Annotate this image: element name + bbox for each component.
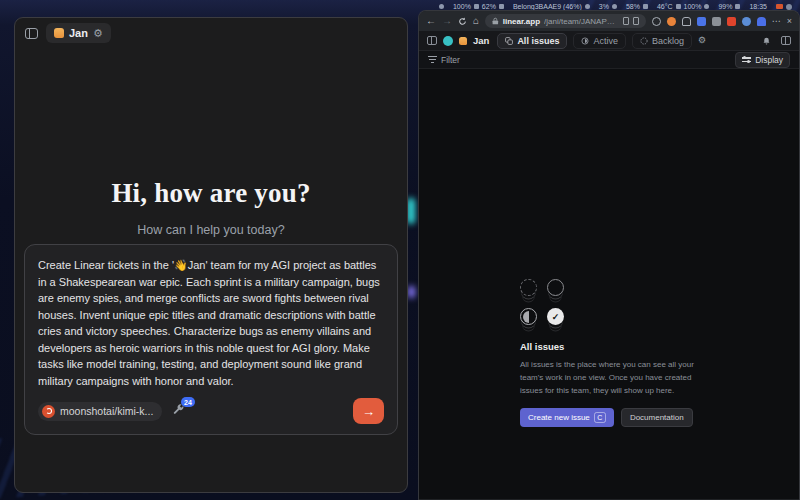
tab-active-label: Active [593, 36, 618, 46]
linear-team-header: Jan All issues Active Backlog [419, 31, 799, 51]
tray-icons [776, 4, 792, 10]
wallpaper-cyan-glow [407, 198, 415, 224]
desktop: 100% 62% Belong3BAAE9 (46%) 3% 58% 46°C … [0, 0, 800, 500]
model-provider-icon [42, 405, 55, 418]
empty-state-description: All issues is the place where you can se… [520, 359, 698, 397]
speaker-icon [474, 4, 479, 9]
tab-all-issues[interactable]: All issues [497, 33, 567, 49]
window-close-button[interactable]: × [787, 17, 792, 26]
team-wave-emoji-icon [459, 37, 467, 45]
jan-app-window: Jan ⚙ Hi, how are you? How can I help yo… [14, 17, 408, 493]
lock-icon [492, 17, 499, 25]
linear-team-name: Jan [473, 35, 489, 46]
backlog-status-icon [640, 37, 648, 45]
prompt-input[interactable]: Create Linear tickets in the '👋Jan' team… [38, 257, 384, 389]
temperature-status: 46°C 100% [657, 3, 710, 10]
weather-icon [735, 4, 740, 9]
linear-header-right [762, 36, 791, 46]
network-status: Belong3BAAE9 (46%) [513, 3, 590, 10]
tab-all-issues-label: All issues [517, 36, 559, 46]
mail-icon[interactable] [776, 4, 783, 9]
team-selector[interactable]: Jan ⚙ [46, 23, 111, 43]
extension-cloud-icon[interactable] [682, 17, 691, 26]
sliders-icon [742, 57, 751, 61]
create-new-issue-label: Create new issue [528, 413, 590, 422]
clock: 18:35 [749, 3, 767, 10]
thermometer-icon [676, 4, 681, 9]
backlog-coin-icon [520, 279, 537, 296]
address-bar[interactable]: linear.app /jani/team/JANAPP/all [485, 14, 646, 28]
cpu-icon [612, 4, 617, 9]
cpu-status: 3% [599, 3, 617, 10]
tools-button[interactable]: 24 [172, 403, 188, 419]
misc-value: 99% [718, 3, 732, 10]
home-button[interactable]: ⌂ [473, 16, 479, 26]
sidebar-toggle-icon[interactable] [25, 28, 38, 39]
greeting-subtitle: How can I help you today? [15, 223, 407, 237]
linear-main-area: ✓ All issues All issues is the place whe… [419, 69, 799, 499]
linear-filter-bar: Filter Display [419, 51, 799, 69]
forward-button[interactable]: → [442, 16, 452, 26]
done-coin-icon: ✓ [547, 308, 564, 325]
documentation-label: Documentation [630, 413, 684, 422]
volume-value: 100% [453, 3, 471, 10]
display-button[interactable]: Display [735, 52, 790, 68]
filter-button[interactable]: Filter [441, 55, 460, 65]
model-name: moonshotai/kimi-k... [60, 405, 153, 417]
composer-toolbar: moonshotai/kimi-k... 24 → [38, 398, 384, 424]
url-path: /jani/team/JANAPP/all [544, 17, 619, 26]
jan-header: Jan ⚙ [15, 18, 407, 48]
translate-icon[interactable] [633, 17, 639, 25]
model-selector[interactable]: moonshotai/kimi-k... [38, 402, 162, 421]
reload-icon [458, 17, 467, 26]
documentation-button[interactable]: Documentation [621, 408, 693, 427]
chat-composer[interactable]: Create Linear tickets in the '👋Jan' team… [24, 244, 398, 435]
extension-screenshot-icon[interactable] [712, 17, 721, 26]
extension-flag-icon[interactable] [697, 17, 706, 26]
greeting-block: Hi, how are you? How can I help you toda… [15, 178, 407, 237]
network-name: Belong3BAAE9 (46%) [513, 3, 582, 10]
eye-off-icon [439, 4, 444, 9]
wifi-icon [585, 4, 590, 9]
cpu-value: 3% [599, 3, 609, 10]
team-selector-label: Jan [69, 27, 88, 39]
extension-globe-icon[interactable] [742, 17, 751, 26]
active-status-icon [581, 37, 589, 45]
create-new-issue-button[interactable]: Create new issue C [520, 408, 614, 427]
extension-red-badge-icon[interactable] [727, 17, 736, 26]
tab-backlog[interactable]: Backlog [632, 33, 692, 49]
empty-state: ✓ All issues All issues is the place whe… [520, 279, 698, 427]
misc-status: 99% [718, 3, 740, 10]
power-value: 100% [684, 3, 702, 10]
send-arrow-icon: → [362, 404, 375, 419]
tab-active[interactable]: Active [573, 33, 626, 49]
url-host: linear.app [503, 17, 540, 26]
toolbar-overflow-button[interactable]: ⋯ [772, 17, 781, 26]
back-button[interactable]: ← [426, 16, 436, 26]
wave-emoji-icon [54, 28, 64, 38]
extension-sync-icon[interactable] [652, 17, 661, 26]
extension-ghost-icon[interactable] [757, 17, 766, 26]
settings-wheel-icon[interactable] [786, 4, 792, 10]
reload-button[interactable] [458, 17, 467, 26]
right-panel-toggle-icon[interactable] [781, 36, 791, 45]
extension-orange-icon[interactable] [667, 17, 676, 26]
battery-value: 62% [482, 3, 496, 10]
shortcut-key: C [594, 412, 606, 423]
gear-icon[interactable]: ⚙ [93, 28, 103, 39]
reader-mode-icon[interactable] [623, 17, 629, 25]
todo-coin-icon [547, 279, 564, 296]
tab-backlog-label: Backlog [652, 36, 684, 46]
memory-icon [643, 4, 648, 9]
linear-sidebar-toggle-icon[interactable] [427, 36, 437, 45]
browser-window: ← → ⌂ linear.app /jani/team/JANAPP/all [418, 10, 800, 500]
clock-value: 18:35 [749, 3, 767, 10]
view-settings-gear-icon[interactable]: ⚙ [698, 36, 706, 45]
display-button-label: Display [755, 55, 783, 65]
memory-status: 58% [626, 3, 648, 10]
notifications-bell-icon[interactable] [762, 36, 771, 46]
workspace-avatar[interactable] [443, 36, 453, 46]
send-button[interactable]: → [353, 398, 384, 424]
empty-state-actions: Create new issue C Documentation [520, 408, 698, 427]
battery-icon [499, 4, 504, 9]
